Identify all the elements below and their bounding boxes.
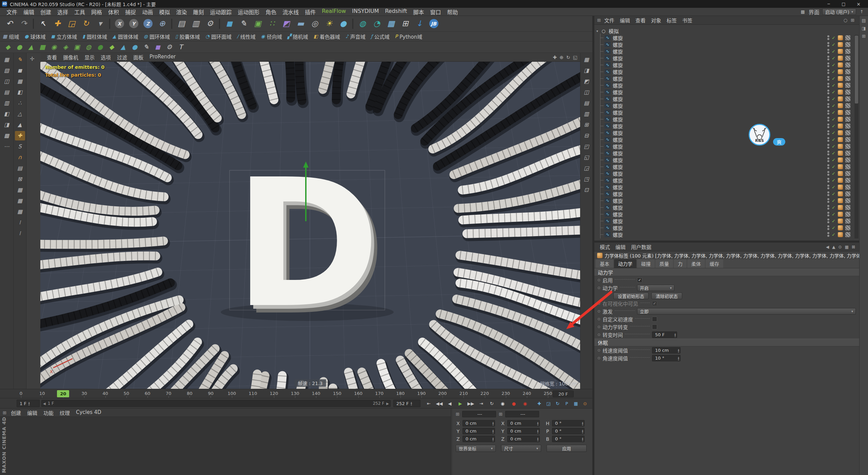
visibility-dots[interactable] <box>827 218 829 223</box>
enabled-check-icon[interactable]: ✓ <box>832 185 835 190</box>
viewport-menu-item[interactable]: 选项 <box>98 54 114 61</box>
visibility-dots[interactable] <box>827 225 829 230</box>
dynamic-dropdown[interactable]: 开启▾ <box>637 285 674 291</box>
enabled-check-icon[interactable]: ✓ <box>832 90 835 95</box>
loop-button[interactable]: ↻ <box>487 399 497 407</box>
close-button[interactable]: × <box>851 0 866 8</box>
view-strip-icon-6[interactable]: ▥ <box>581 109 592 119</box>
dynamics-tag-icon[interactable] <box>838 56 843 61</box>
add-light-icon[interactable]: ☀ <box>322 17 336 31</box>
dynamics-tag-icon[interactable] <box>838 69 843 74</box>
enabled-check-icon[interactable]: ✓ <box>832 103 835 108</box>
add-primitive-icon[interactable]: ◼ <box>222 17 236 31</box>
viewport-menu-item[interactable]: 显示 <box>81 54 98 61</box>
visibility-dots[interactable] <box>827 110 829 115</box>
keyframe-record-button[interactable]: ◉ <box>498 399 508 407</box>
lock-icon[interactable]: ⊠ <box>15 174 25 184</box>
section-sleep[interactable]: 休眠 <box>594 339 859 346</box>
object-row[interactable]: ∿ 螺旋 ✓ <box>596 204 859 211</box>
metaball-icon[interactable]: ● <box>14 42 24 52</box>
insydium-icon[interactable]: ▦ <box>384 17 398 31</box>
extrude-icon[interactable]: ◈ <box>60 42 71 52</box>
enabled-check-icon[interactable]: ✓ <box>832 164 835 169</box>
phong-tag-icon[interactable] <box>845 62 850 68</box>
clear-initial-state-button[interactable]: 清除初状态 <box>651 292 682 299</box>
object-manager-menu-item[interactable]: 对象 <box>648 17 664 24</box>
goto-end-button[interactable]: ⇥ <box>476 399 486 407</box>
transition-checkbox[interactable]: ✓ <box>652 324 657 329</box>
tab-force[interactable]: 力 <box>674 259 687 268</box>
history-back-icon[interactable]: ◀ <box>826 245 829 249</box>
menubar-item[interactable]: 流水线 <box>279 8 302 16</box>
menubar-item[interactable]: 文件 <box>3 8 20 16</box>
dynamics-tag-icon[interactable] <box>838 130 843 135</box>
scale-tool-icon[interactable]: ◲ <box>65 17 78 31</box>
side-palette-icon-3[interactable]: ◫ <box>2 77 12 86</box>
coord-header-field-2[interactable]: --- <box>505 411 539 417</box>
anim-dot-icon[interactable] <box>598 310 600 312</box>
group-field-button[interactable]: ▦组域 <box>3 33 19 40</box>
enabled-check-icon[interactable]: ✓ <box>832 198 835 203</box>
settings-icon[interactable]: ⚙ <box>164 42 174 52</box>
render-settings-icon[interactable]: ⚙ <box>203 17 217 31</box>
add-spline-icon[interactable]: ✎ <box>237 17 250 31</box>
object-row[interactable]: ∿ 螺旋 ✓ <box>596 190 859 197</box>
play-button[interactable]: ▶ <box>455 399 465 407</box>
phong-tag-icon[interactable] <box>845 83 850 88</box>
menubar-item[interactable]: 雕刻 <box>190 8 207 16</box>
lock-z-axis-icon[interactable]: Z <box>141 17 155 31</box>
coord-size-dropdown[interactable]: 尺寸▾ <box>501 445 541 452</box>
dynamics-tag-icon[interactable] <box>838 83 843 88</box>
object-row[interactable]: ∿ 螺旋 ✓ <box>596 170 859 177</box>
dynamics-tag-icon[interactable] <box>838 178 843 183</box>
visibility-dots[interactable] <box>827 103 829 108</box>
goto-start-button[interactable]: ⇤ <box>424 399 434 407</box>
enabled-check-icon[interactable]: ✓ <box>832 205 835 210</box>
visibility-dots[interactable] <box>827 62 829 67</box>
menubar-item[interactable]: 运动图形 <box>235 8 262 16</box>
view-strip-icon-12[interactable]: ◳ <box>581 174 592 184</box>
visibility-dots[interactable] <box>827 124 829 128</box>
viewport-menu-item[interactable]: 过滤 <box>114 54 130 61</box>
phong-tag-icon[interactable] <box>845 69 850 74</box>
object-manager-scrollbar[interactable] <box>854 35 859 239</box>
dynamics-tag-icon[interactable] <box>838 103 843 108</box>
model-mode-icon[interactable]: ◼ <box>15 66 25 75</box>
panel-tab-icon[interactable]: ⊞ <box>3 410 6 415</box>
view-strip-icon-3[interactable]: ◩ <box>581 77 592 86</box>
phong-tag-icon[interactable] <box>845 117 850 122</box>
visibility-dots[interactable] <box>827 232 829 237</box>
phong-tag-icon[interactable] <box>845 124 850 129</box>
object-row[interactable]: ∿ 螺旋 ✓ <box>596 156 859 163</box>
range-end-field[interactable]: 252 F▴▾ <box>393 400 420 407</box>
linear-field-button[interactable]: ∕线性域 <box>237 33 256 40</box>
coord-field[interactable]: 0 cm▴▾ <box>462 428 495 434</box>
phong-tag-icon[interactable] <box>845 137 850 142</box>
enabled-check-icon[interactable]: ✓ <box>832 191 835 196</box>
object-row[interactable]: ∿ 螺旋 ✓ <box>596 129 859 136</box>
viewport-menu-item[interactable]: 摄像机 <box>60 54 81 61</box>
range-start-grip[interactable]: ◀ <box>43 402 46 405</box>
phong-tag-icon[interactable] <box>845 90 850 95</box>
view-strip-icon-10[interactable]: ◱ <box>581 153 592 162</box>
phong-tag-icon[interactable] <box>845 212 850 217</box>
text-tool-icon[interactable]: T <box>176 42 186 52</box>
viewport-menu-item[interactable]: ProRender <box>146 54 179 61</box>
object-row[interactable]: ∿ 螺旋 ✓ <box>596 224 859 231</box>
viewport-menu-item[interactable]: 面板 <box>130 54 146 61</box>
enabled-check-icon[interactable]: ✓ <box>832 232 835 237</box>
phong-tag-icon[interactable] <box>845 35 850 40</box>
python-field-button[interactable]: PPython域 <box>395 33 422 40</box>
toggle-view-icon[interactable]: ◱ <box>573 55 577 60</box>
object-row[interactable]: ∿ 螺旋 ✓ <box>596 150 859 156</box>
side-palette-icon-1[interactable]: ▦ <box>2 55 12 64</box>
visibility-dots[interactable] <box>827 171 829 176</box>
panel-tab-icon[interactable]: ⊞ <box>597 18 601 23</box>
sweep-icon[interactable]: ▲ <box>26 42 36 52</box>
deformer-icon[interactable]: ◼ <box>153 42 163 52</box>
enabled-check-icon[interactable]: ✓ <box>832 56 835 61</box>
enabled-check-icon[interactable]: ✓ <box>832 218 835 224</box>
visibility-dots[interactable] <box>827 96 829 101</box>
visibility-dots[interactable] <box>827 144 829 149</box>
object-row[interactable]: ∿ 螺旋 ✓ <box>596 41 859 48</box>
